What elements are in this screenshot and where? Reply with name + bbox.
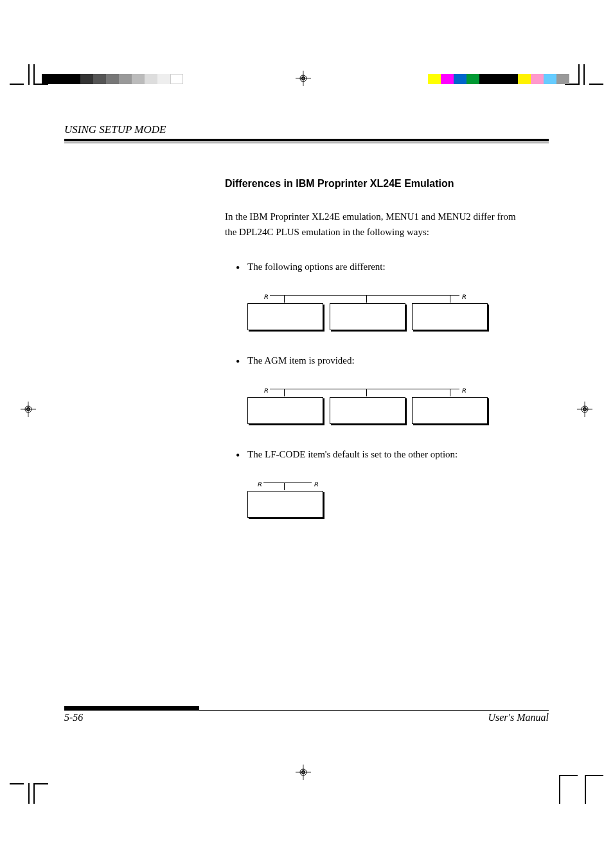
option-box [330, 397, 405, 424]
option-box [412, 303, 488, 330]
bell-icon: ʀ [314, 479, 318, 489]
option-box [330, 303, 405, 330]
crop-mark [33, 783, 35, 804]
crop-mark [28, 783, 30, 804]
bell-icon: ʀ [461, 292, 466, 301]
crop-mark [585, 775, 586, 804]
option-box [247, 397, 323, 424]
grayscale-bar [42, 74, 183, 84]
bullet-text: The LF-CODE item's default is set to the… [247, 447, 517, 462]
crop-mark [34, 783, 48, 784]
page-content: Differences in IBM Proprinter XL24E Emul… [225, 178, 517, 540]
crop-mark [10, 783, 24, 784]
diagram: ʀ ʀ [247, 384, 517, 424]
crop-mark [589, 84, 603, 85]
option-box [247, 303, 323, 330]
section-heading: Differences in IBM Proprinter XL24E Emul… [225, 178, 517, 190]
registration-mark-icon [21, 402, 36, 417]
crop-mark [559, 775, 560, 804]
crop-mark [33, 64, 35, 85]
header-section-title: USING SETUP MODE [64, 123, 549, 136]
bell-icon: ʀ [263, 292, 268, 301]
bell-icon: ʀ [263, 385, 268, 395]
divider [64, 710, 549, 711]
diagram: ʀ ʀ [247, 478, 517, 518]
bullet-text: The AGM item is provided: [247, 353, 517, 368]
divider [64, 143, 549, 143]
crop-mark [10, 84, 24, 85]
bell-icon: ʀ [257, 479, 262, 489]
page-header: USING SETUP MODE [64, 123, 549, 143]
registration-mark-icon [296, 765, 311, 780]
registration-mark-icon [577, 402, 592, 417]
registration-mark-icon [296, 71, 311, 86]
color-bar [428, 74, 569, 84]
divider [64, 706, 199, 710]
crop-mark [585, 775, 603, 776]
body-paragraph: In the IBM Proprinter XL24E emulation, M… [225, 209, 517, 240]
page-footer: 5-56 User's Manual [64, 710, 549, 723]
bullet-text: The following options are different: [247, 259, 517, 274]
option-box [412, 397, 488, 424]
option-box [247, 491, 323, 518]
page-number: 5-56 [64, 712, 83, 723]
crop-mark [560, 775, 578, 776]
crop-mark [28, 64, 30, 85]
document-title: User's Manual [488, 712, 549, 723]
divider [64, 139, 549, 141]
diagram: ʀ ʀ [247, 290, 517, 330]
crop-mark [578, 64, 580, 85]
bell-icon: ʀ [461, 385, 466, 395]
crop-mark [583, 64, 585, 85]
